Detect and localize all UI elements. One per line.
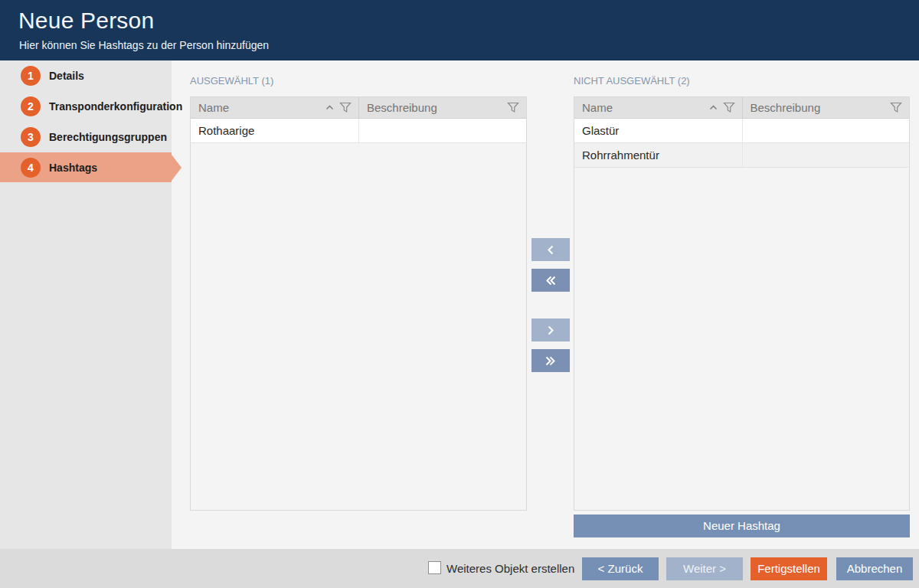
page-title: Neue Person xyxy=(18,8,154,34)
new-person-wizard-window: Neue Person Hier können Sie Hashtags zu … xyxy=(0,0,919,588)
step-number-badge: 4 xyxy=(21,158,41,178)
unselected-hashtags-table: Name Beschreibung xyxy=(574,96,910,511)
table-row-rothaarige[interactable]: Rothaarige xyxy=(191,119,526,143)
column-header-name[interactable]: Name xyxy=(574,97,742,118)
move-all-right-button[interactable] xyxy=(531,349,570,372)
selected-hashtags-table: Name Beschreibung xyxy=(190,96,527,511)
cell-name: Rothaarige xyxy=(191,119,358,142)
step-number-badge: 3 xyxy=(21,127,41,147)
column-header-label: Beschreibung xyxy=(367,101,437,114)
table-row-rohrrahmentuer[interactable]: Rohrrahmentür xyxy=(574,143,909,168)
finish-button[interactable]: Fertigstellen xyxy=(751,557,827,580)
step-item-hashtags-active[interactable]: 4 Hashtags xyxy=(0,152,172,182)
step-item-transponderkonfiguration[interactable]: 2 Transponderkonfiguration xyxy=(0,91,172,121)
move-selected-right-button[interactable] xyxy=(531,318,570,341)
step-item-berechtigungsgruppen[interactable]: 3 Berechtigungsgruppen xyxy=(0,122,172,152)
column-header-name[interactable]: Name xyxy=(191,97,358,118)
cell-beschreibung xyxy=(742,119,910,142)
filter-funnel-icon[interactable] xyxy=(723,102,735,113)
step-item-details[interactable]: 1 Details xyxy=(0,60,172,90)
step-label: Hashtags xyxy=(49,162,97,174)
table-row-glastuer[interactable]: Glastür xyxy=(574,119,909,143)
create-another-object-label: Weiteres Objekt erstellen xyxy=(446,562,574,575)
sort-asc-icon[interactable] xyxy=(709,105,718,110)
active-step-arrow xyxy=(172,155,182,181)
step-label: Details xyxy=(49,70,84,82)
selected-panel-title: AUSGEWÄHLT (1) xyxy=(190,75,273,87)
cell-beschreibung xyxy=(742,143,910,167)
column-header-label: Name xyxy=(582,101,613,114)
cell-beschreibung xyxy=(358,119,526,142)
step-label: Transponderkonfiguration xyxy=(49,100,182,113)
column-header-label: Name xyxy=(198,101,229,114)
cell-name: Rohrrahmentür xyxy=(574,143,742,167)
back-button[interactable]: < Zurück xyxy=(582,557,659,580)
page-subtitle: Hier können Sie Hashtags zu der Person h… xyxy=(19,39,269,51)
table-header-row: Name Beschreibung xyxy=(191,97,526,119)
wizard-header: Neue Person Hier können Sie Hashtags zu … xyxy=(0,0,919,60)
move-selected-left-button[interactable] xyxy=(531,238,570,261)
next-button[interactable]: Weiter > xyxy=(666,557,743,580)
unselected-panel-title: NICHT AUSGEWÄHLT (2) xyxy=(574,75,690,87)
new-hashtag-button[interactable]: Neuer Hashtag xyxy=(574,514,910,537)
column-header-label: Beschreibung xyxy=(751,101,821,114)
filter-funnel-icon[interactable] xyxy=(890,102,902,113)
column-header-beschreibung[interactable]: Beschreibung xyxy=(742,97,910,118)
create-another-object-checkbox[interactable] xyxy=(428,561,441,574)
wizard-steps-sidebar: 1 Details 2 Transponderkonfiguration 3 B… xyxy=(0,60,172,549)
step-number-badge: 2 xyxy=(21,96,41,116)
table-header-row: Name Beschreibung xyxy=(574,97,909,119)
cell-name: Glastür xyxy=(574,119,742,142)
filter-funnel-icon[interactable] xyxy=(507,102,519,113)
column-header-beschreibung[interactable]: Beschreibung xyxy=(358,97,526,118)
cancel-button[interactable]: Abbrechen xyxy=(836,557,913,580)
filter-funnel-icon[interactable] xyxy=(339,102,352,113)
move-all-left-button[interactable] xyxy=(531,269,570,292)
step-label: Berechtigungsgruppen xyxy=(49,131,167,143)
step-number-badge: 1 xyxy=(21,66,41,86)
sort-asc-icon[interactable] xyxy=(325,105,334,110)
wizard-footer: Weiteres Objekt erstellen < Zurück Weite… xyxy=(0,549,919,588)
